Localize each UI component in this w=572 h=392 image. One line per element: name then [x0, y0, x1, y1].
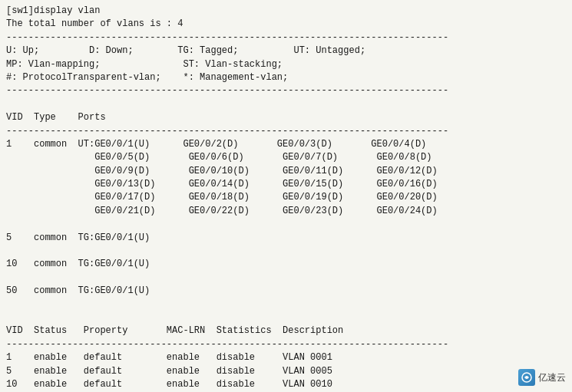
watermark-icon	[518, 369, 535, 386]
watermark: 亿速云	[518, 369, 566, 386]
watermark-text: 亿速云	[538, 371, 566, 384]
terminal-window: [sw1]display vlan The total number of vl…	[0, 0, 572, 392]
logo-svg	[521, 371, 533, 384]
terminal-content: [sw1]display vlan The total number of vl…	[6, 5, 566, 392]
